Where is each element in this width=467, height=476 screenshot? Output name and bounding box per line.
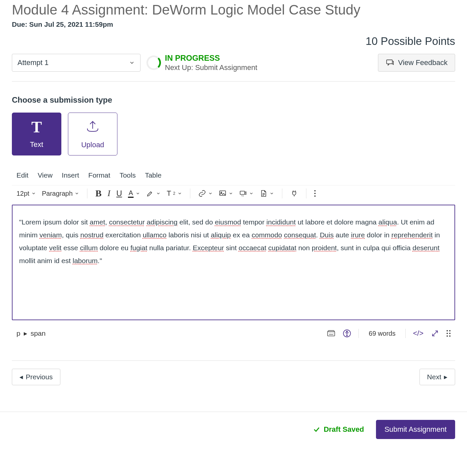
possible-points: 10 Possible Points xyxy=(12,35,455,48)
html-view-button[interactable]: </> xyxy=(413,329,423,338)
caret-left-icon: ◂ xyxy=(19,373,23,381)
chevron-down-icon xyxy=(31,191,36,196)
drag-handle-icon xyxy=(447,330,451,337)
accessibility-icon[interactable] xyxy=(343,329,351,338)
superscript-button[interactable]: T2 xyxy=(167,189,182,198)
media-icon xyxy=(239,189,247,197)
chevron-down-icon xyxy=(75,191,79,196)
menu-view[interactable]: View xyxy=(38,171,52,179)
divider xyxy=(358,329,359,338)
view-feedback-button[interactable]: View Feedback xyxy=(378,54,455,72)
divider xyxy=(405,329,406,338)
next-button[interactable]: Next ▸ xyxy=(420,369,455,385)
submission-type-text[interactable]: T Text xyxy=(12,113,61,155)
link-button[interactable] xyxy=(198,189,213,197)
path-separator-icon: ▸ xyxy=(24,329,27,337)
more-footer-button[interactable] xyxy=(447,330,451,337)
menu-table[interactable]: Table xyxy=(145,171,161,179)
page-title: Module 4 Assignment: DeWorm Logic Model … xyxy=(12,2,455,18)
chevron-down-icon xyxy=(136,191,140,196)
block-format-select[interactable]: Paragraph xyxy=(42,190,79,197)
status-row: Attempt 1 IN PROGRESS Next Up: Submit As… xyxy=(12,53,455,82)
menu-insert[interactable]: Insert xyxy=(62,171,79,179)
plug-icon xyxy=(290,189,298,197)
editor-toolbar: 12pt Paragraph B I U A T2 xyxy=(12,185,455,201)
word-count: 69 words xyxy=(366,330,398,337)
text-color-button[interactable]: A xyxy=(128,189,140,198)
due-date: Due: Sun Jul 25, 2021 11:59pm xyxy=(12,20,455,28)
check-icon xyxy=(313,426,320,433)
font-size-label: 12pt xyxy=(16,190,29,197)
menu-edit[interactable]: Edit xyxy=(16,171,28,179)
caret-right-icon: ▸ xyxy=(444,373,448,381)
progress-circle-icon xyxy=(146,55,161,70)
kebab-icon xyxy=(314,190,316,197)
svg-point-6 xyxy=(346,331,347,332)
chevron-down-icon xyxy=(177,191,182,196)
previous-button[interactable]: ◂ Previous xyxy=(12,369,60,385)
path-span: span xyxy=(31,329,46,337)
progress-wrap: IN PROGRESS Next Up: Submit Assignment xyxy=(146,53,257,72)
draft-saved-label: Draft Saved xyxy=(324,425,364,434)
divider xyxy=(87,188,87,198)
chevron-down-icon xyxy=(229,191,233,196)
chevron-down-icon xyxy=(156,191,161,196)
svg-rect-4 xyxy=(327,332,335,336)
chevron-down-icon xyxy=(208,191,213,196)
next-label: Next xyxy=(427,373,441,381)
link-icon xyxy=(198,189,206,197)
chevron-down-icon xyxy=(249,191,254,196)
fullscreen-icon[interactable] xyxy=(431,329,439,338)
chevron-down-icon xyxy=(269,191,274,196)
italic-button[interactable]: I xyxy=(108,188,110,198)
more-toolbar-button[interactable] xyxy=(314,190,316,197)
text-card-label: Text xyxy=(30,140,43,149)
divider xyxy=(306,188,306,198)
bold-button[interactable]: B xyxy=(95,188,102,199)
highlighter-icon xyxy=(146,189,154,197)
svg-rect-0 xyxy=(387,60,392,64)
next-up-label: Next Up: Submit Assignment xyxy=(165,63,257,72)
menu-format[interactable]: Format xyxy=(88,171,110,179)
divider xyxy=(282,188,282,198)
document-icon xyxy=(260,189,267,197)
submission-type-cards: T Text Upload xyxy=(12,113,455,155)
submit-assignment-button[interactable]: Submit Assignment xyxy=(376,420,455,439)
previous-label: Previous xyxy=(26,373,53,381)
image-icon xyxy=(219,189,227,197)
bottom-bar: Draft Saved Submit Assignment xyxy=(0,412,467,449)
document-button[interactable] xyxy=(260,189,274,197)
in-progress-label: IN PROGRESS xyxy=(165,53,257,63)
editor-menubar: Edit View Insert Format Tools Table xyxy=(12,171,455,179)
font-size-select[interactable]: 12pt xyxy=(16,190,36,197)
draft-saved-status: Draft Saved xyxy=(313,425,364,434)
svg-rect-3 xyxy=(240,191,245,194)
apps-button[interactable] xyxy=(290,189,298,197)
path-p: p xyxy=(16,329,20,337)
submission-type-upload[interactable]: Upload xyxy=(68,113,117,155)
submission-type-heading: Choose a submission type xyxy=(12,95,455,105)
divider xyxy=(190,188,190,198)
text-icon: T xyxy=(31,119,42,135)
upload-card-label: Upload xyxy=(81,141,104,149)
block-format-label: Paragraph xyxy=(42,190,73,197)
attempt-select[interactable]: Attempt 1 xyxy=(12,54,140,72)
chevron-down-icon xyxy=(129,60,135,66)
upload-icon xyxy=(85,119,101,135)
highlight-button[interactable] xyxy=(146,189,161,197)
editor-content[interactable]: "Lorem ipsum dolor sit amet, consectetur… xyxy=(12,205,455,320)
menu-tools[interactable]: Tools xyxy=(119,171,136,179)
image-button[interactable] xyxy=(219,189,233,197)
attempt-label: Attempt 1 xyxy=(17,58,48,67)
editor-footer: p ▸ span 69 words </> xyxy=(12,326,455,341)
keyboard-icon[interactable] xyxy=(327,329,335,338)
feedback-icon xyxy=(386,58,394,67)
nav-row: ◂ Previous Next ▸ xyxy=(12,360,455,412)
element-path[interactable]: p ▸ span xyxy=(16,329,46,337)
underline-button[interactable]: U xyxy=(116,189,122,198)
media-button[interactable] xyxy=(239,189,254,197)
feedback-label: View Feedback xyxy=(398,58,448,67)
